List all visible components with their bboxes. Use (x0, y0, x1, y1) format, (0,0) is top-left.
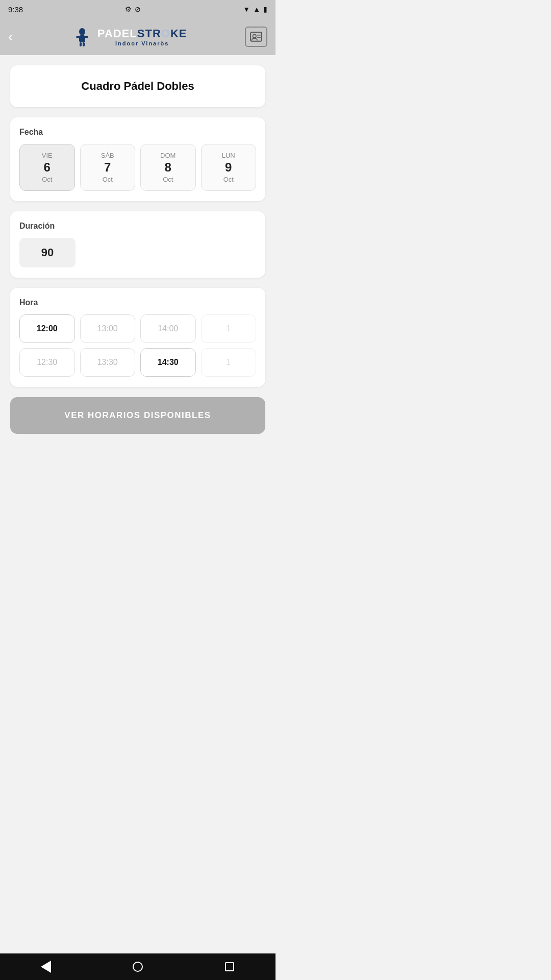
date-item-fri[interactable]: VIE 6 Oct (19, 144, 75, 191)
date-item-mon[interactable]: LUN 9 Oct (201, 144, 257, 191)
date-item-sun[interactable]: DOM 8 Oct (140, 144, 196, 191)
svg-rect-1 (79, 35, 85, 42)
fecha-label: Fecha (19, 128, 256, 137)
time-cutoff-1[interactable]: 1 (201, 314, 257, 343)
toolbar: ‹ PADEL STROKE Indoor Vinaròs (0, 18, 276, 55)
page-title: Cuadro Pádel Dobles (19, 80, 256, 93)
duration-value[interactable]: 90 (19, 238, 76, 267)
date-num-fri: 6 (44, 161, 51, 174)
time-1300[interactable]: 13:00 (80, 314, 136, 343)
wifi-icon: ▼ (243, 5, 250, 13)
settings-icon: ⚙ (125, 5, 132, 13)
date-month-sat: Oct (103, 176, 113, 183)
hora-section: Hora 12:00 13:00 14:00 1 12:30 13:30 (10, 288, 265, 387)
date-month-mon: Oct (223, 176, 234, 183)
date-day-sun: DOM (160, 152, 176, 159)
date-day-fri: VIE (42, 152, 53, 159)
time-row-2: 12:30 13:30 14:30 1 (19, 348, 256, 377)
profile-button[interactable] (245, 27, 267, 47)
battery-icon: ▮ (263, 5, 267, 13)
time-row-1: 12:00 13:00 14:00 1 (19, 314, 256, 343)
logo-text-block: PADEL STROKE Indoor Vinaròs (97, 27, 187, 46)
time-cutoff-2[interactable]: 1 (201, 348, 257, 377)
date-day-mon: LUN (222, 152, 235, 159)
svg-rect-3 (84, 36, 88, 38)
logo-subtitle: Indoor Vinaròs (97, 40, 187, 46)
logo-stroke: STROKE (137, 27, 187, 40)
logo-padel: PADEL (97, 27, 137, 40)
radio-off-icon: ⊘ (135, 5, 141, 13)
back-button[interactable]: ‹ (8, 30, 13, 44)
date-num-mon: 9 (225, 161, 232, 174)
svg-rect-4 (80, 42, 82, 46)
profile-card-icon (249, 30, 263, 43)
ver-horarios-button[interactable]: VER HORARIOS DISPONIBLES (10, 397, 265, 434)
time-1400[interactable]: 14:00 (140, 314, 196, 343)
date-item-sat[interactable]: SÁB 7 Oct (80, 144, 136, 191)
date-month-sun: Oct (163, 176, 173, 183)
hora-label: Hora (19, 298, 256, 307)
date-month-fri: Oct (42, 176, 52, 183)
time-1230[interactable]: 12:30 (19, 348, 75, 377)
main-content: Cuadro Pádel Dobles Fecha VIE 6 Oct SÁB … (0, 55, 276, 496)
svg-point-0 (79, 28, 85, 35)
svg-point-7 (253, 35, 256, 38)
fecha-section: Fecha VIE 6 Oct SÁB 7 Oct DOM 8 Oct LUN … (10, 117, 265, 201)
duracion-label: Duración (19, 222, 256, 231)
signal-icon: ▲ (253, 5, 260, 13)
status-time: 9:38 (8, 5, 23, 14)
status-bar: 9:38 ⚙ ⊘ ▼ ▲ ▮ (0, 0, 276, 18)
date-num-sun: 8 (165, 161, 171, 174)
svg-rect-2 (76, 36, 80, 38)
status-right-icons: ▼ ▲ ▮ (243, 5, 267, 13)
svg-rect-5 (83, 42, 85, 46)
time-1330[interactable]: 13:30 (80, 348, 136, 377)
title-card: Cuadro Pádel Dobles (10, 65, 265, 107)
date-grid: VIE 6 Oct SÁB 7 Oct DOM 8 Oct LUN 9 Oct (19, 144, 256, 191)
status-left-icons: ⚙ ⊘ (125, 5, 141, 13)
time-1200[interactable]: 12:00 (19, 314, 75, 343)
time-1430[interactable]: 14:30 (140, 348, 196, 377)
app-logo: PADEL STROKE Indoor Vinaròs (71, 26, 187, 48)
date-num-sat: 7 (104, 161, 111, 174)
duracion-section: Duración 90 (10, 211, 265, 278)
logo-icon (71, 26, 93, 48)
date-day-sat: SÁB (101, 152, 114, 159)
